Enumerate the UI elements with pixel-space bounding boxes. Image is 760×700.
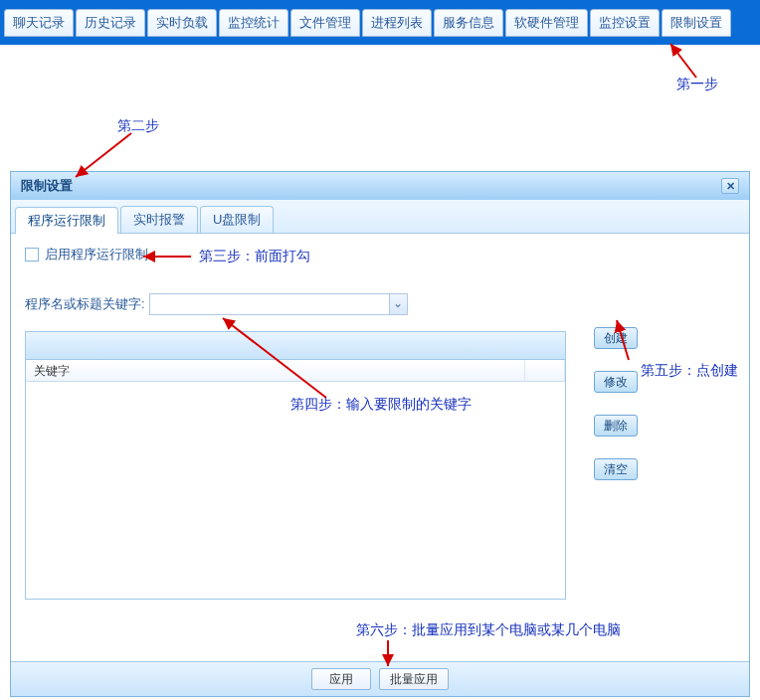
arrow-step1-icon xyxy=(666,40,716,82)
tab-monitor-stats[interactable]: 监控统计 xyxy=(219,9,288,37)
grid-header-keyword[interactable]: 关键字 xyxy=(26,360,525,381)
tab-service-info[interactable]: 服务信息 xyxy=(434,9,503,37)
keyword-row: 程序名或标题关键字: ⌄ xyxy=(25,293,735,315)
side-buttons: 创建 修改 删除 清空 xyxy=(594,327,638,480)
panel-body: 启用程序运行限制 程序名或标题关键字: ⌄ 关键字 创建 修改 删除 清空 xyxy=(11,234,749,606)
annotation-step2: 第二步 xyxy=(117,117,159,135)
enable-restrict-row: 启用程序运行限制 xyxy=(25,246,735,263)
tab-hw-sw-manage[interactable]: 软硬件管理 xyxy=(505,9,588,37)
restrict-settings-dialog: 限制设置 ✕ 程序运行限制 实时报警 U盘限制 启用程序运行限制 程序名或标题关… xyxy=(10,171,750,697)
bottom-bar: 应用 批量应用 xyxy=(11,661,749,696)
tab-monitor-settings[interactable]: 监控设置 xyxy=(590,9,660,37)
svg-line-0 xyxy=(670,44,696,78)
enable-restrict-checkbox[interactable] xyxy=(25,248,39,262)
apply-button[interactable]: 应用 xyxy=(311,668,371,690)
tab-chat-log[interactable]: 聊天记录 xyxy=(4,9,74,37)
annotation-step1: 第一步 xyxy=(676,76,718,93)
enable-restrict-label: 启用程序运行限制 xyxy=(45,246,148,263)
grid-toolbar xyxy=(26,332,565,360)
dialog-titlebar: 限制设置 ✕ xyxy=(11,172,749,200)
keyword-grid: 关键字 xyxy=(25,331,566,600)
subtab-realtime-alarm[interactable]: 实时报警 xyxy=(120,206,198,233)
grid-header: 关键字 xyxy=(26,360,565,382)
keyword-label: 程序名或标题关键字: xyxy=(25,295,145,313)
batch-apply-button[interactable]: 批量应用 xyxy=(379,668,449,690)
tab-process-list[interactable]: 进程列表 xyxy=(362,9,432,37)
top-navigation: 聊天记录 历史记录 实时负载 监控统计 文件管理 进程列表 服务信息 软硬件管理… xyxy=(0,0,760,45)
grid-rows[interactable] xyxy=(26,382,565,599)
tab-history[interactable]: 历史记录 xyxy=(76,9,145,37)
tab-restrict-settings[interactable]: 限制设置 xyxy=(662,9,731,37)
subtab-usb-restrict[interactable]: U盘限制 xyxy=(200,206,274,233)
tab-file-manage[interactable]: 文件管理 xyxy=(290,9,360,37)
tab-realtime-load[interactable]: 实时负载 xyxy=(147,9,217,37)
dialog-sub-tabs: 程序运行限制 实时报警 U盘限制 xyxy=(11,200,749,234)
delete-button[interactable]: 删除 xyxy=(594,415,638,437)
create-button[interactable]: 创建 xyxy=(594,327,638,349)
clear-button[interactable]: 清空 xyxy=(594,458,638,480)
edit-button[interactable]: 修改 xyxy=(594,371,638,393)
dialog-title-text: 限制设置 xyxy=(21,177,73,195)
chevron-down-icon[interactable]: ⌄ xyxy=(389,294,407,314)
subtab-program-restrict[interactable]: 程序运行限制 xyxy=(15,207,118,234)
grid-header-spacer xyxy=(525,360,565,381)
close-icon[interactable]: ✕ xyxy=(721,178,739,194)
keyword-combo[interactable]: ⌄ xyxy=(149,293,408,315)
